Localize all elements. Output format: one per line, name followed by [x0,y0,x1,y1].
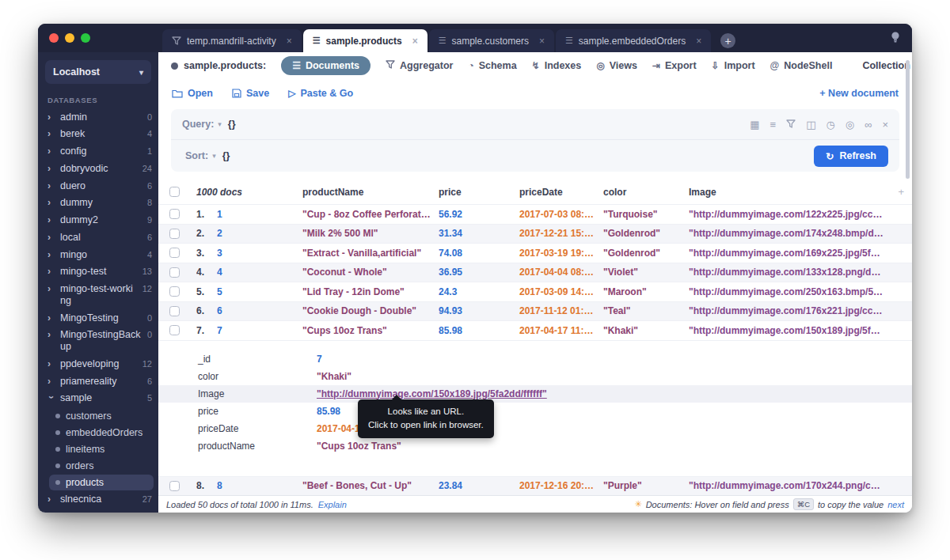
zoom-window-button[interactable] [81,33,90,43]
cell-pricedate[interactable]: 2017-12-16 20:06:41 [519,480,603,491]
cell-price[interactable]: 36.95 [439,267,519,278]
cell-color[interactable]: "Teal" [603,305,689,316]
tab-sample.products[interactable]: ☰sample.products× [303,29,428,52]
table-row[interactable]: 5.5"Lid Tray - 12in Dome"24.32017-03-09 … [158,282,912,301]
cell-image[interactable]: "http://dummyimage.com/176x221.jpg/cc000… [689,305,891,316]
sidebar-item-berek[interactable]: ›berek4 [38,126,158,143]
table-row[interactable]: 3.3"Extract - Vanilla,artificial"74.0820… [158,243,912,263]
export-icon[interactable]: ◫ [806,119,815,131]
sort-input[interactable]: {} [222,150,230,161]
cell-price[interactable]: 56.92 [439,209,519,220]
cell-image[interactable]: "http://dummyimage.com/174x248.bmp/ddddd… [689,228,891,239]
sidebar-item-MingoTestingBackup[interactable]: ›MingoTestingBackup0 [38,327,158,356]
view-tab-import[interactable]: ⇩Import [712,60,755,71]
saved-icon[interactable]: ▦ [750,119,759,131]
cell-color[interactable]: "Goldenrod" [603,248,689,259]
connection-selector[interactable]: Localhost ▾ [45,60,151,84]
sidebar-item-ppdeveloping[interactable]: ›ppdeveloping12 [38,355,158,373]
cell-pricedate[interactable]: 2017-04-17 11:22:34 [519,325,603,336]
document-field-Image[interactable]: Image"http://dummyimage.com/150x189.jpg/… [158,385,912,403]
table-row[interactable]: 4.4"Coconut - Whole"36.952017-04-04 08:0… [158,263,912,282]
view-tab-indexes[interactable]: ↯Indexes [532,60,582,71]
tab-sample.customers[interactable]: ☰sample.customers× [429,29,554,52]
tab-temp.mandrill-activity[interactable]: temp.mandrill-activity× [162,29,302,52]
cell-color[interactable]: "Purple" [603,480,689,491]
history-icon[interactable]: ≡ [770,119,777,131]
sidebar-item-mingo-test[interactable]: ›mingo-test13 [38,263,158,281]
row-checkbox[interactable] [169,267,180,278]
view-tab-nodeshell[interactable]: @NodeShell [770,60,833,71]
new-tab-button[interactable]: + [720,33,735,48]
schedule-icon[interactable]: ◷ [826,119,834,131]
cell-price[interactable]: 74.08 [439,248,519,259]
filter-icon[interactable] [786,119,796,131]
view-tab-views[interactable]: ◎Views [596,60,637,71]
sidebar-item-local[interactable]: ›local6 [38,229,158,246]
cell-price[interactable]: 94.93 [439,305,519,316]
chevron-down-icon[interactable]: ▾ [212,152,216,160]
cell-pricedate[interactable]: 2017-07-03 08:42:37 [519,209,603,220]
select-all-checkbox[interactable] [169,187,180,197]
column-header-color[interactable]: color [603,187,689,198]
link-icon[interactable]: ∞ [864,119,872,131]
table-row[interactable]: 8.8"Beef - Bones, Cut - Up"23.842017-12-… [158,476,912,496]
column-header-image[interactable]: Image [689,187,891,198]
collection-dropdown[interactable]: Collection▾ [862,60,912,71]
vertical-scrollbar[interactable] [906,60,910,179]
cell-pricedate[interactable]: 2017-03-09 14:52:04 [519,286,603,297]
cell-color[interactable]: "Turquoise" [603,209,689,220]
sidebar-collection-orders[interactable]: orders [49,458,154,474]
sidebar-item-mingo-test-working[interactable]: ›mingo-test-working12 [38,281,158,310]
next-tip-link[interactable]: next [887,500,904,509]
close-tab-icon[interactable]: × [539,36,545,47]
row-checkbox[interactable] [169,286,180,297]
row-checkbox[interactable] [169,481,180,491]
sidebar-collection-customers[interactable]: customers [49,408,154,424]
sidebar-collection-embeddedOrders[interactable]: embeddedOrders [49,425,154,441]
cell-image[interactable]: "http://dummyimage.com/122x225.jpg/cc000… [689,209,891,220]
sidebar-item-admin[interactable]: ›admin0 [38,108,158,126]
open-query-button[interactable]: Open [172,88,213,99]
cell-productname[interactable]: "Coconut - Whole" [302,267,439,278]
cell-pricedate[interactable]: 2017-11-12 01:18:42 [519,305,603,316]
view-tab-export[interactable]: ⇥Export [652,60,697,71]
sidebar-item-config[interactable]: ›config1 [38,143,158,161]
sidebar-item-duero[interactable]: ›duero6 [38,177,158,195]
cell-image[interactable]: "http://dummyimage.com/133x128.png/ddddd… [689,267,891,278]
sidebar-item-MingoTesting[interactable]: ›MingoTesting0 [38,309,158,327]
cell-image[interactable]: "http://dummyimage.com/170x244.png/cc000… [689,480,891,491]
table-row[interactable]: 2.2"Milk 2% 500 Ml"31.342017-12-21 15:34… [158,224,912,244]
query-input[interactable]: {} [228,119,236,130]
tab-sample.embeddedOrders[interactable]: ☰sample.embeddedOrders× [556,29,711,52]
cell-color[interactable]: "Goldenrod" [603,228,689,239]
row-checkbox[interactable] [169,229,180,239]
cell-color[interactable]: "Violet" [603,267,689,278]
document-field-priceDate[interactable]: priceDate2017-04-17 [158,420,912,437]
sidebar-item-dummy[interactable]: ›dummy8 [38,195,158,212]
column-header-productname[interactable]: productName [302,187,439,198]
close-window-button[interactable] [49,33,59,43]
cell-image[interactable]: "http://dummyimage.com/150x189.jpg/5fa2d… [689,325,891,336]
column-header-pricedate[interactable]: priceDate [519,187,603,198]
close-tab-icon[interactable]: × [412,36,418,47]
column-header-price[interactable]: price [439,187,519,198]
cell-price[interactable]: 23.84 [439,480,519,491]
sidebar-item-mingo[interactable]: ›mingo4 [38,246,158,263]
cell-color[interactable]: "Khaki" [603,325,689,336]
cell-productname[interactable]: "Lid Tray - 12in Dome" [302,286,439,297]
close-tab-icon[interactable]: × [287,36,292,47]
row-checkbox[interactable] [169,209,180,219]
cell-productname[interactable]: "Cups 10oz Trans" [302,325,439,336]
cell-productname[interactable]: "Beef - Bones, Cut - Up" [302,480,439,491]
cell-productname[interactable]: "Milk 2% 500 Ml" [302,228,439,239]
cell-price[interactable]: 24.3 [439,286,519,297]
row-checkbox[interactable] [169,306,180,316]
cell-image[interactable]: "http://dummyimage.com/250x163.bmp/5fa2d… [689,286,891,297]
paste-and-go-button[interactable]: ▷ Paste & Go [288,88,353,99]
cell-productname[interactable]: "Cookie Dough - Double" [302,305,439,316]
cell-price[interactable]: 85.98 [439,325,519,336]
document-field-productName[interactable]: productName"Cups 10oz Trans" [158,437,912,455]
sidebar-collection-products[interactable]: products [49,475,154,490]
view-tab-schema[interactable]: ◔Schema [468,60,516,71]
cell-image[interactable]: "http://dummyimage.com/169x225.jpg/5fa2d… [689,248,891,259]
